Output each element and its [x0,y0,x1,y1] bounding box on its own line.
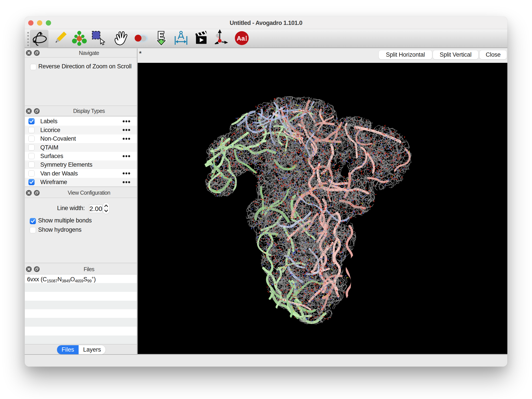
svg-text:I: I [245,34,247,42]
svg-text:Aa: Aa [237,35,245,42]
